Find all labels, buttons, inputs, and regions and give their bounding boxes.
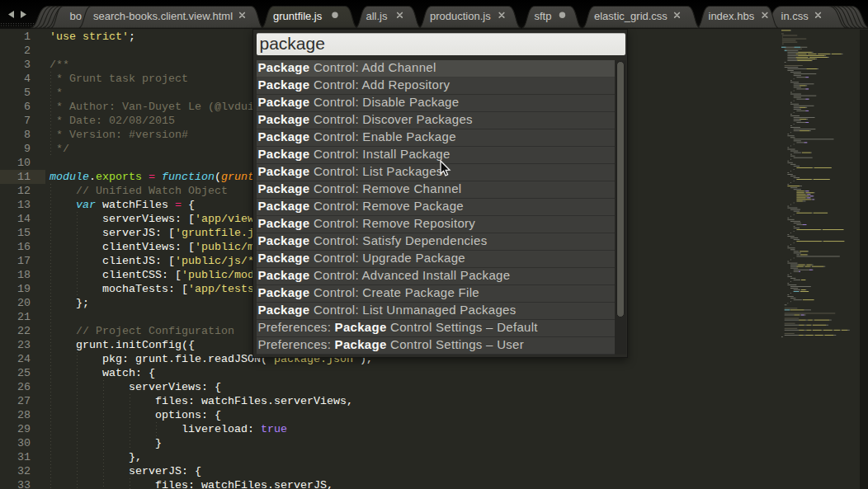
svg-text:all.js: all.js bbox=[366, 10, 389, 22]
svg-text:gruntfile.js: gruntfile.js bbox=[273, 10, 323, 22]
svg-text:sftp: sftp bbox=[535, 10, 552, 22]
svg-text:in.css: in.css bbox=[781, 10, 809, 22]
svg-text:index.hbs: index.hbs bbox=[709, 10, 755, 22]
svg-text:elastic_grid.css: elastic_grid.css bbox=[594, 10, 668, 22]
svg-text:bo: bo bbox=[70, 10, 82, 22]
svg-text:search-books.client.view.html: search-books.client.view.html bbox=[93, 10, 233, 22]
svg-text:production.js: production.js bbox=[430, 10, 491, 22]
